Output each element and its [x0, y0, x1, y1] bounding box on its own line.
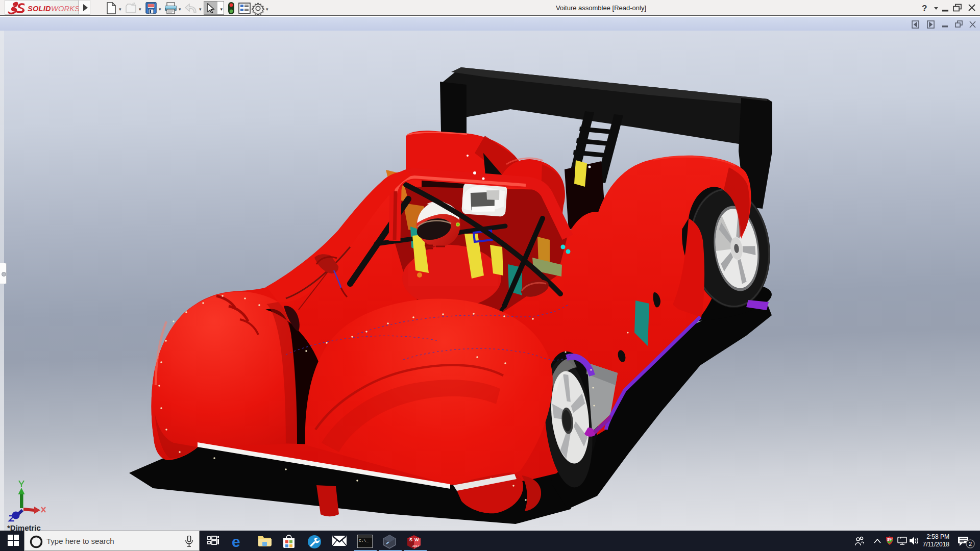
- svg-text:WORKS: WORKS: [51, 5, 79, 13]
- svg-text:S: S: [409, 537, 412, 542]
- svg-text:?: ?: [922, 4, 927, 13]
- svg-text:C:\_: C:\_: [359, 538, 369, 543]
- svg-text:SOLID: SOLID: [28, 5, 51, 13]
- svg-text:W: W: [414, 537, 419, 542]
- svg-text:e: e: [232, 535, 240, 549]
- svg-text:2017: 2017: [412, 544, 420, 547]
- svg-text:2: 2: [969, 541, 972, 547]
